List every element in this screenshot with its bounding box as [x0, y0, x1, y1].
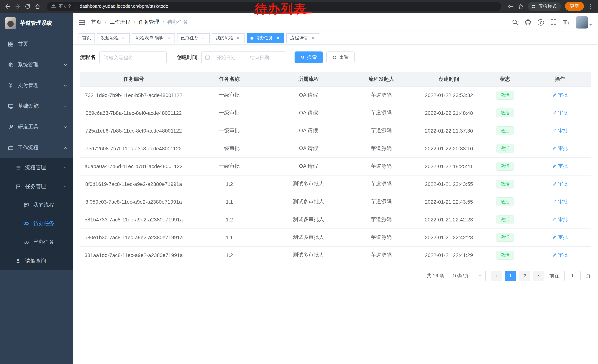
approve-link[interactable]: 审批 — [552, 127, 568, 134]
update-button[interactable]: 更新 — [565, 2, 584, 11]
status-badge: 激活 — [497, 108, 514, 117]
approve-link[interactable]: 审批 — [552, 92, 568, 98]
approve-link[interactable]: 审批 — [552, 234, 568, 241]
url-text: dashboard.yudao.iocoder.cn/bpm/task/todo — [80, 4, 168, 9]
page-button-1[interactable]: 1 — [505, 270, 516, 281]
pen-icon — [552, 200, 557, 204]
breadcrumb-item[interactable]: 任务管理 — [139, 19, 159, 25]
omnibox-divider: | — [75, 4, 76, 9]
security-label: 不安全 — [58, 3, 72, 9]
process-name-input[interactable] — [99, 51, 167, 63]
search-button[interactable]: 搜索 — [295, 51, 323, 63]
github-icon[interactable] — [525, 19, 531, 25]
cell-created: 2022-01-21 22:43:55 — [417, 193, 481, 211]
home-icon[interactable] — [34, 3, 41, 9]
cell-task-id: 069c6a63-7b8a-11ec-8ef0-acde48001122 — [80, 104, 187, 122]
caret-down-icon — [589, 24, 592, 27]
approve-link[interactable]: 审批 — [552, 216, 568, 223]
close-icon[interactable]: × — [310, 35, 315, 40]
table-row: a6aba0a4-7b6d-11ec-b781-acde48001122一级审批… — [80, 157, 590, 175]
cell-process: OA 请假 — [271, 140, 346, 157]
next-page-button[interactable]: › — [533, 270, 544, 281]
approve-link[interactable]: 审批 — [552, 252, 568, 259]
cell-created: 2022-01-22 21:48:48 — [417, 104, 481, 122]
tag-流程详情[interactable]: 流程详情× — [286, 33, 319, 43]
approve-link[interactable]: 审批 — [552, 145, 568, 152]
breadcrumb-item[interactable]: 工作流程 — [110, 19, 130, 25]
sidebar-collapse-icon[interactable] — [79, 19, 86, 26]
prev-page-button[interactable]: ‹ — [491, 270, 502, 281]
tag-待办任务[interactable]: 待办任务× — [247, 33, 284, 43]
sidebar-item-task-management[interactable]: 任务管理 — [0, 177, 73, 196]
search-icon[interactable] — [512, 19, 518, 25]
fullscreen-icon[interactable] — [550, 19, 557, 25]
avatar — [576, 16, 588, 28]
logo-image — [5, 17, 16, 29]
close-icon[interactable]: × — [201, 35, 206, 40]
tag-我的流程[interactable]: 我的流程× — [212, 33, 245, 43]
close-icon[interactable]: × — [166, 35, 171, 40]
sidebar-item-payment[interactable]: 支付管理 — [0, 75, 73, 96]
cell-task-id: 8f059c03-7ac8-11ec-a9e2-a2380e71991a — [80, 193, 187, 211]
briefcase-icon — [8, 145, 14, 151]
reload-icon[interactable] — [25, 3, 31, 9]
logo: 芋道管理系统 — [0, 13, 73, 34]
calendar-icon — [205, 55, 210, 60]
chevron-down-icon — [63, 125, 67, 129]
tag-发起流程[interactable]: 发起流程× — [97, 33, 130, 43]
forward-icon[interactable] — [15, 3, 21, 9]
sidebar-item-leave-query[interactable]: 请假查询 — [0, 251, 73, 270]
close-icon[interactable]: × — [236, 35, 241, 40]
col-created: 创建时间 — [417, 72, 481, 86]
sidebar-item-done-tasks[interactable]: 已办任务 — [0, 233, 73, 251]
tag-label: 已办任务 — [181, 35, 199, 41]
star-icon[interactable] — [518, 3, 524, 9]
approve-link[interactable]: 审批 — [552, 163, 568, 170]
page-buttons: ‹12› — [491, 270, 544, 281]
help-icon[interactable]: ? — [538, 19, 544, 25]
table-row: 8f059c03-7ac8-11ec-a9e2-a2380e71991a1.1测… — [80, 193, 590, 211]
sidebar-item-workflow[interactable]: 工作流程 — [0, 138, 73, 158]
sidebar-item-label: 已办任务 — [33, 239, 67, 245]
browser-menu-icon[interactable]: ⋮ — [588, 3, 594, 10]
end-date-input[interactable] — [246, 55, 273, 60]
tag-已办任务[interactable]: 已办任务× — [177, 33, 210, 43]
sidebar-item-dev-tools[interactable]: 研发工具 — [0, 117, 73, 138]
chevron-up-icon — [63, 184, 67, 188]
close-icon[interactable]: × — [275, 35, 281, 40]
page-size-select[interactable]: 10条/页 — [449, 270, 486, 281]
sidebar-item-label: 待办任务 — [33, 220, 67, 227]
filter-form: 流程名 创建时间 - 搜索 重置 — [80, 51, 590, 63]
start-date-input[interactable] — [212, 55, 240, 60]
tag-首页[interactable]: 首页 — [79, 33, 95, 43]
sidebar-item-infrastructure[interactable]: 基础设施 — [0, 96, 73, 117]
cell-task-name: 一级审批 — [187, 122, 272, 140]
font-size-icon[interactable]: TT — [563, 19, 569, 25]
user-menu[interactable] — [576, 16, 592, 28]
cell-process: 测试多审批人 — [271, 193, 346, 211]
date-range-picker[interactable]: - — [201, 51, 287, 63]
approve-link[interactable]: 审批 — [552, 198, 568, 205]
sidebar-item-todo-tasks[interactable]: 待办任务 — [0, 214, 73, 233]
page-button-2[interactable]: 2 — [519, 270, 530, 281]
app: 芋道管理系统 首页系统管理支付管理基础设施研发工具工作流程流程管理任务管理我的流… — [0, 13, 598, 364]
sidebar-item-process-management[interactable]: 流程管理 — [0, 158, 73, 177]
dashboard-icon — [8, 41, 14, 47]
goto-page-input[interactable] — [564, 270, 581, 281]
cell-task-name: 1.2 — [187, 211, 272, 228]
cell-task-id: 73211d9d-7b9b-11ec-b5b7-acde48001122 — [80, 86, 187, 104]
breadcrumb-item[interactable]: 首页 — [91, 19, 101, 25]
approve-link[interactable]: 审批 — [552, 110, 568, 116]
approve-link[interactable]: 审批 — [552, 181, 568, 187]
reset-button[interactable]: 重置 — [326, 51, 355, 63]
tag-流程表单-编辑[interactable]: 流程表单-编辑× — [132, 33, 175, 43]
back-icon[interactable] — [4, 3, 11, 9]
key-icon[interactable] — [507, 3, 514, 9]
sidebar: 芋道管理系统 首页系统管理支付管理基础设施研发工具工作流程流程管理任务管理我的流… — [0, 13, 73, 364]
close-icon[interactable]: × — [121, 35, 126, 40]
sidebar-item-label: 研发工具 — [18, 124, 59, 130]
sidebar-item-system[interactable]: 系统管理 — [0, 54, 73, 75]
sidebar-item-my-process[interactable]: 我的流程 — [0, 196, 73, 214]
col-actions: 操作 — [529, 72, 590, 86]
sidebar-item-home[interactable]: 首页 — [0, 34, 73, 54]
